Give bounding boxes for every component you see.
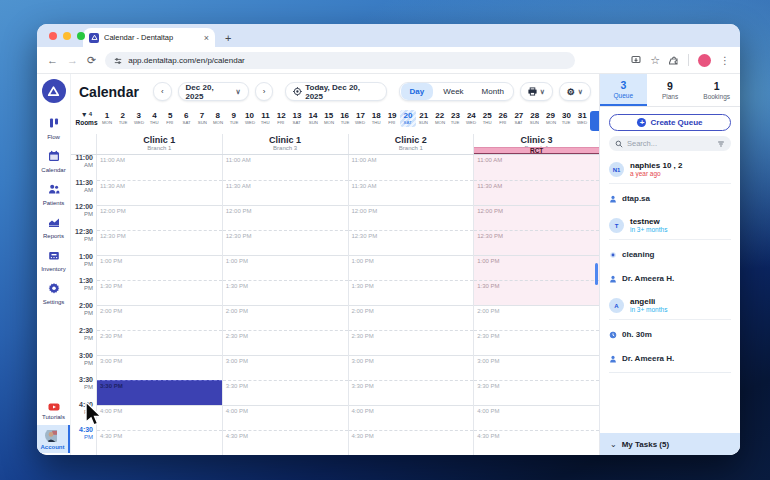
install-app-icon[interactable]	[631, 51, 641, 69]
browser-tab[interactable]: Calendar - Dentaltap ×	[83, 28, 215, 47]
day-7[interactable]: 7SUN	[194, 110, 210, 127]
slot-cell[interactable]: 1:30 PM	[474, 280, 599, 305]
next-day-button[interactable]: ›	[255, 82, 274, 101]
queue-meta-row[interactable]: dtap.sa	[609, 186, 731, 210]
day-8[interactable]: 8MON	[210, 110, 226, 127]
day-16[interactable]: 16TUE	[337, 110, 353, 127]
day-21[interactable]: 21SUN	[416, 110, 432, 127]
day-14[interactable]: 14SUN	[305, 110, 321, 127]
rail-item-inventory[interactable]: Inventory	[41, 244, 66, 275]
slot-cell[interactable]: 4:30 PM	[474, 430, 599, 455]
zoom-window-button[interactable]	[77, 32, 85, 40]
day-19[interactable]: 19FRI	[384, 110, 400, 127]
print-button[interactable]: ∨	[520, 82, 553, 101]
queue-tab-bookings[interactable]: 1Bookings	[693, 74, 740, 106]
slot-cell[interactable]: 2:00 PM	[474, 305, 599, 330]
day-24[interactable]: 24WED	[463, 110, 479, 127]
app-logo[interactable]	[42, 79, 66, 103]
slot-cell[interactable]: 2:30 PM	[349, 330, 474, 355]
day-5[interactable]: 5FRI	[162, 110, 178, 127]
day-15[interactable]: 15MON	[321, 110, 337, 127]
slot-cell[interactable]: 11:30 AM	[97, 180, 222, 205]
queue-tab-queue[interactable]: 3Queue	[600, 74, 647, 106]
browser-menu-icon[interactable]: ⋮	[720, 55, 730, 66]
queue-meta-row[interactable]: 0h. 30m	[609, 322, 731, 346]
create-queue-button[interactable]: + Create Queue	[609, 114, 731, 131]
rail-item-reports[interactable]: Reports	[41, 211, 66, 242]
day-27[interactable]: 27SAT	[511, 110, 527, 127]
slot-cell[interactable]: 2:00 PM	[97, 305, 222, 330]
date-scroll-button[interactable]	[590, 111, 599, 131]
rail-item-tutorials[interactable]: Tutorials	[37, 398, 70, 423]
day-3[interactable]: 3WED	[131, 110, 147, 127]
slot-cell[interactable]: 4:00 PM	[97, 405, 222, 430]
rail-item-flow[interactable]: Flow	[41, 112, 66, 143]
day-11[interactable]: 11THU	[257, 110, 273, 127]
day-25[interactable]: 25THU	[479, 110, 495, 127]
slot-cell[interactable]: 12:30 PM	[349, 230, 474, 255]
my-tasks-toggle[interactable]: ⌄ My Tasks (5)	[600, 433, 740, 455]
rail-item-settings[interactable]: Settings	[41, 277, 66, 308]
slot-cell[interactable]: 12:30 PM	[474, 230, 599, 255]
queue-card[interactable]: Ttestnewin 3+ monthscleaningDr. Ameera H…	[609, 212, 731, 292]
queue-meta-row[interactable]: Dr. Ameera H.	[609, 266, 731, 290]
slot-cell[interactable]: 3:00 PM	[223, 355, 348, 380]
slot-cell[interactable]: 3:00 PM	[97, 355, 222, 380]
day-26[interactable]: 26FRI	[495, 110, 511, 127]
slot-cell[interactable]: 2:00 PM	[349, 305, 474, 330]
patient-row[interactable]: N1naphies 10 , 2a year ago	[609, 156, 731, 181]
slot-cell[interactable]: 3:30 PM	[97, 380, 222, 405]
back-icon[interactable]: ←	[47, 54, 58, 66]
slot-cell[interactable]: 1:30 PM	[349, 280, 474, 305]
slot-cell[interactable]: 12:30 PM	[223, 230, 348, 255]
day-10[interactable]: 10WED	[242, 110, 258, 127]
patient-row[interactable]: Ttestnewin 3+ months	[609, 212, 731, 237]
slot-cell[interactable]: 4:00 PM	[223, 405, 348, 430]
slot-cell[interactable]: 4:30 PM	[97, 430, 222, 455]
queue-card[interactable]: N1naphies 10 , 2a year agodtap.sa	[609, 156, 731, 212]
slot-cell[interactable]: 1:00 PM	[349, 255, 474, 280]
slot-cell[interactable]: 11:00 AM	[474, 155, 599, 180]
view-tab-week[interactable]: Week	[434, 83, 472, 100]
reload-icon[interactable]: ⟳	[87, 54, 96, 67]
slot-cell[interactable]: 12:00 PM	[349, 205, 474, 230]
new-tab-button[interactable]: +	[225, 32, 231, 44]
slot-cell[interactable]: 12:00 PM	[97, 205, 222, 230]
extensions-icon[interactable]	[669, 51, 679, 69]
grid-scrollbar[interactable]	[595, 263, 598, 285]
slot-cell[interactable]: 3:30 PM	[349, 380, 474, 405]
day-30[interactable]: 30TUE	[558, 110, 574, 127]
day-28[interactable]: 28SUN	[527, 110, 543, 127]
close-window-button[interactable]	[49, 32, 57, 40]
tab-close-icon[interactable]: ×	[204, 33, 209, 43]
day-31[interactable]: 31WED	[574, 110, 590, 127]
queue-card[interactable]: Aangelliin 3+ months0h. 30mDr. Ameera H.	[609, 292, 731, 373]
day-13[interactable]: 13SAT	[289, 110, 305, 127]
slot-cell[interactable]: 3:00 PM	[474, 355, 599, 380]
slot-cell[interactable]: 1:30 PM	[223, 280, 348, 305]
day-9[interactable]: 9TUE	[226, 110, 242, 127]
day-1[interactable]: 1MON	[99, 110, 115, 127]
patient-row[interactable]: Aangelliin 3+ months	[609, 292, 731, 317]
today-button[interactable]: Today, Dec 20, 2025	[285, 82, 386, 101]
view-tab-day[interactable]: Day	[401, 83, 434, 100]
slot-cell[interactable]: 3:00 PM	[349, 355, 474, 380]
slot-cell[interactable]: 12:00 PM	[223, 205, 348, 230]
site-settings-icon[interactable]	[114, 51, 122, 69]
slot-cell[interactable]: 11:30 AM	[223, 180, 348, 205]
rail-item-patients[interactable]: Patients	[41, 178, 66, 209]
slot-cell[interactable]: 4:00 PM	[349, 405, 474, 430]
slot-cell[interactable]: 1:00 PM	[474, 255, 599, 280]
slot-cell[interactable]: 11:00 AM	[349, 155, 474, 180]
minimize-window-button[interactable]	[63, 32, 71, 40]
day-12[interactable]: 12FRI	[273, 110, 289, 127]
slot-cell[interactable]: 2:30 PM	[97, 330, 222, 355]
bookmark-star-icon[interactable]: ☆	[650, 54, 660, 67]
prev-day-button[interactable]: ‹	[153, 82, 172, 101]
day-6[interactable]: 6SAT	[178, 110, 194, 127]
slot-cell[interactable]: 1:00 PM	[97, 255, 222, 280]
day-17[interactable]: 17WED	[353, 110, 369, 127]
slot-cell[interactable]: 11:00 AM	[97, 155, 222, 180]
slot-cell[interactable]: 12:30 PM	[97, 230, 222, 255]
slot-cell[interactable]: 3:30 PM	[474, 380, 599, 405]
